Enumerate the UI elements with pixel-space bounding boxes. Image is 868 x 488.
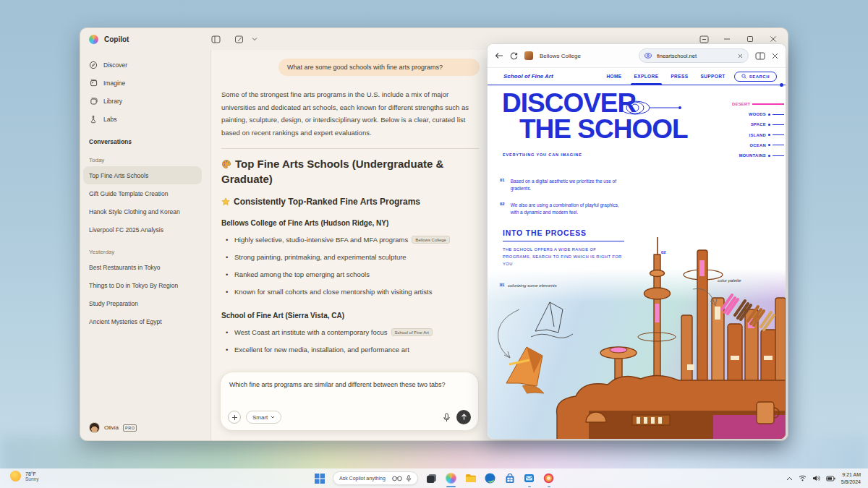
note-01: 01 Based on a digital aesthetic we prior… (500, 178, 630, 193)
taskbar-search[interactable]: Ask Copilot anything (333, 471, 418, 485)
mail-app-icon[interactable] (523, 472, 535, 484)
battery-icon[interactable] (826, 476, 835, 481)
app-title: Copilot (104, 35, 129, 43)
menu-item-space[interactable]: SPACE (732, 119, 784, 129)
composer-input[interactable]: Which fine arts programs are similar and… (229, 380, 461, 390)
school2-bullets: West Coast art institute with a contempo… (221, 324, 480, 359)
account-footer[interactable]: Olivia PRO (89, 422, 137, 433)
copilot-taskbar-icon[interactable] (445, 472, 457, 484)
search-placeholder: Ask Copilot anything (339, 476, 388, 481)
nav-press[interactable]: PRESS (671, 74, 688, 79)
sidebar-item-label: Labs (103, 116, 116, 123)
list-item: Ranked among the top emerging art school… (221, 266, 480, 283)
sidebar-item-discover[interactable]: Discover (89, 56, 203, 74)
start-button[interactable] (313, 472, 326, 484)
list-item: Highly selective, studio-intensive BFA a… (221, 231, 480, 249)
section-heading: Top Fine Arts Schools (Undergraduate & G… (221, 157, 480, 186)
school1-name: Bellows College of Fine Arts (Hudson Rid… (221, 219, 480, 227)
mode-selector[interactable]: Smart (246, 411, 281, 424)
nav-explore[interactable]: EXPLORE (634, 74, 659, 79)
group-today: Today (89, 153, 203, 166)
refresh-icon[interactable] (510, 52, 518, 60)
send-button[interactable] (456, 410, 471, 424)
photos-app-icon[interactable] (542, 472, 555, 484)
avatar (89, 422, 100, 433)
group-yesterday: Yesterday (89, 245, 203, 258)
url-tab[interactable]: fineartschool.net (639, 48, 749, 63)
split-view-icon[interactable] (755, 52, 765, 60)
attach-plus-button[interactable] (228, 411, 241, 424)
website-content: School of Fine Art HOME EXPLORE PRESS SU… (488, 68, 786, 440)
site-tagline: EVERYTHING YOU CAN IMAGINE (503, 153, 582, 157)
list-item: Excellent for new media, installation, a… (221, 341, 480, 359)
menu-item-woods[interactable]: WOODS (732, 109, 784, 119)
chevron-down-icon[interactable] (249, 33, 260, 45)
menu-item-desert[interactable]: DESERT (732, 99, 784, 109)
edge-icon[interactable] (484, 472, 496, 484)
site-brand[interactable]: School of Fine Art (503, 73, 553, 80)
conversation-item[interactable]: Hanok Style Clothing and Korean (83, 202, 202, 221)
menu-item-mountains[interactable]: MOUNTAINS (732, 150, 784, 160)
sidebar-item-library[interactable]: Library (89, 92, 203, 110)
url-text: fineartschool.net (657, 53, 734, 59)
microphone-icon[interactable] (443, 413, 451, 422)
wifi-icon[interactable] (799, 475, 807, 481)
copilot-sidebar: Discover Imagine Library Labs Conversati… (80, 50, 210, 440)
tray-chevron-icon[interactable] (786, 476, 793, 481)
conversation-item[interactable]: Ancient Mysteries of Egypt (83, 312, 202, 330)
conversation-item[interactable]: Things to Do in Tokyo By Region (83, 276, 202, 294)
tab-title[interactable]: Bellows College (540, 53, 581, 59)
hero-title: DISCOVER THE SCHOOL (502, 90, 688, 142)
back-icon[interactable] (495, 52, 503, 59)
close-panel-icon[interactable] (772, 53, 778, 59)
flask-icon (89, 115, 98, 124)
school1-bullets: Highly selective, studio-intensive BFA a… (221, 231, 480, 301)
search-icon (741, 74, 746, 79)
mode-label: Smart (252, 414, 268, 421)
tab-favicon (524, 51, 533, 60)
menu-item-ocean[interactable]: OCEAN (732, 140, 784, 150)
note-02: 02 We also are using a combination of pl… (500, 202, 630, 217)
clock: 9:21 AM 5/8/2024 (841, 471, 861, 485)
mic-icon[interactable] (406, 475, 412, 482)
sun-icon (10, 471, 21, 481)
weather-widget[interactable]: 78°F Sunny (10, 471, 38, 481)
nav-support[interactable]: SUPPORT (700, 74, 725, 79)
annotation-number: 01 (499, 283, 505, 287)
side-menu: DESERT WOODS SPACE ISLAND OCEAN MOUNTAIN… (732, 99, 784, 160)
copilot-logo-icon (89, 35, 98, 44)
store-icon[interactable] (503, 472, 516, 484)
layers-icon (89, 97, 98, 106)
source-badge[interactable]: Bellows College (412, 236, 450, 244)
tray-time: 9:21 AM (841, 471, 861, 478)
city-illustration (545, 228, 786, 440)
conversation-item[interactable]: Top Fine Arts Schools (83, 166, 202, 184)
site-search-button[interactable]: SEARCH (734, 72, 777, 82)
volume-icon[interactable] (812, 475, 820, 481)
conversation-item[interactable]: Study Preparation (83, 294, 202, 312)
sidebar-item-labs[interactable]: Labs (89, 110, 203, 128)
sidebar-toggle-icon[interactable] (210, 33, 221, 45)
composer[interactable]: Which fine arts programs are similar and… (220, 372, 479, 431)
conversation-item[interactable]: Liverpool FC 2025 Analysis (83, 221, 202, 239)
weather-temp: 78°F (25, 471, 38, 476)
palette-icon (221, 158, 231, 172)
system-tray[interactable]: 9:21 AM 5/8/2024 (786, 468, 861, 488)
file-explorer-icon[interactable] (464, 472, 477, 484)
task-view-icon[interactable] (425, 472, 438, 484)
school2-name: School of Fine Art (Sierra Vista, CA) (221, 312, 480, 320)
sidebar-item-imagine[interactable]: Imagine (89, 74, 203, 92)
goggles-icon (392, 476, 402, 481)
menu-item-island[interactable]: ISLAND (732, 130, 784, 140)
browser-toolbar: Bellows College fineartschool.net (488, 44, 786, 68)
source-badge[interactable]: School of Fine Art (391, 328, 433, 336)
chevron-down-icon (271, 416, 275, 419)
list-item: West Coast art institute with a contempo… (221, 324, 480, 341)
new-chat-icon[interactable] (233, 33, 244, 45)
subsection-heading: Consistently Top-Ranked Fine Arts Progra… (221, 197, 480, 208)
conversation-item[interactable]: Gift Guide Template Creation (83, 184, 202, 202)
nav-home[interactable]: HOME (606, 74, 621, 79)
user-message-bubble: What are some good schools with fine art… (278, 59, 480, 76)
conversation-item[interactable]: Best Restaurants in Tokyo (83, 258, 202, 276)
close-tab-icon[interactable] (738, 53, 743, 59)
